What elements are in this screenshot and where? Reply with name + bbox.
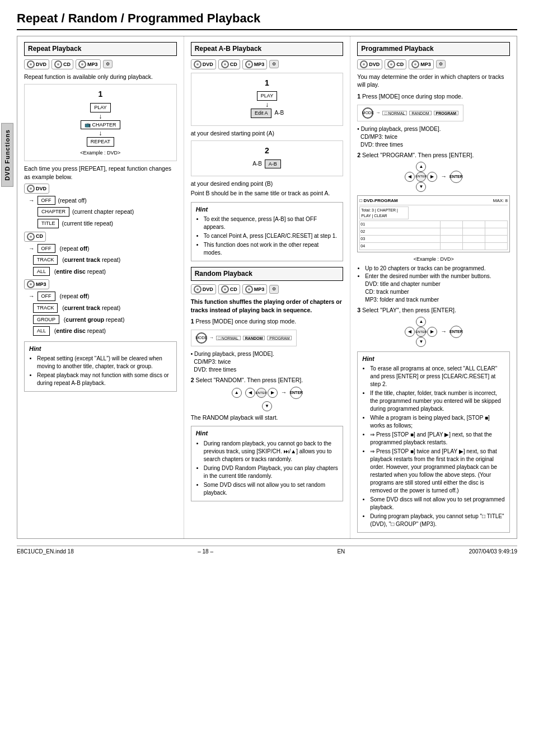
random-enter-diagram: ▲ ◀ ENTER ▶ → ENTER [191, 387, 344, 399]
prog-hint-1: To erase all programs at once, select "A… [370, 365, 505, 388]
ab-step2-diagram: 2 A-B A-B [191, 140, 344, 176]
prog-disc-icons: DVD CD MP3 ⚙ [357, 59, 510, 69]
repeat-playback-header: Repeat Playback [24, 42, 177, 56]
footer-date: 2007/04/03 9:49:19 [469, 548, 517, 555]
repeat-disc-icons: DVD CD MP3 ⚙ [24, 59, 177, 69]
random-hint-1: During random playback, you cannot go ba… [204, 440, 339, 463]
random-playback-header: Random Playback [191, 267, 344, 281]
cd-repeat-track: TRACK (current track repeat) [24, 254, 177, 266]
prog-enter-diagram-step2: ▲ ◀ ENTER ▶ ▼ → ENTER [357, 162, 510, 192]
dvd-program-table: □ DVD-PROGRAM MAX: 8 Total: 3 | CHAPTER … [357, 195, 510, 252]
prog-hint-5: ⇒ Press [STOP ■] twice and [PLAY ▶] next… [370, 448, 505, 495]
prog-hint-3: While a program is being played back, [S… [370, 414, 505, 430]
repeat-ab-col: Repeat A-B Playback DVD CD MP3 ⚙ 1 PLAY … [184, 36, 351, 538]
repeat-playback-col: Repeat Playback DVD CD MP3 ⚙ Repeat func… [17, 36, 184, 538]
dvd-functions-tab: DVD Functions [1, 123, 13, 187]
repeat-ab-header: Repeat A-B Playback [191, 42, 344, 56]
prog-hint: Hint To erase all programs at once, sele… [357, 351, 510, 533]
random-step2: 2 Select "RANDOM". Then press [ENTER]. [191, 376, 344, 384]
ab-step1-desc: at your desired starting point (A) [191, 129, 344, 138]
mp3-repeat-group: GROUP (current group repeat) [24, 314, 177, 326]
ab-disc-icons: DVD CD MP3 ⚙ [191, 59, 344, 69]
prog-step3: 3 Select "PLAY", then press [ENTER]. [357, 306, 510, 314]
dvd-repeat-off: →OFF(repeat off) [24, 195, 177, 206]
repeat-hint-1: Repeat setting (except "ALL") will be cl… [37, 355, 172, 370]
random-during-playback: • During playback, press [MODE]. CD/MP3:… [191, 350, 344, 374]
repeat-hint: Hint Repeat setting (except "ALL") will … [24, 341, 177, 392]
random-hint-3: Some DVD discs will not allow you to set… [204, 481, 339, 497]
prog-step2-notes: Up to 20 chapters or tracks can be progr… [357, 265, 510, 304]
random-start-text: The RANDOM playback will start. [191, 414, 344, 422]
ab-step2-note: Point B should be in the same title or t… [191, 189, 344, 198]
prog-hint-2: If the title, chapter, folder, track num… [370, 389, 505, 413]
random-playback-section: Random Playback DVD CD MP3 ⚙ This functi… [191, 267, 344, 501]
repeat-instruction: Each time you press [REPEAT], repeat fun… [24, 165, 177, 181]
ab-hint: Hint To exit the sequence, press [A-B] s… [191, 202, 344, 261]
repeat-intro: Repeat function is available only during… [24, 73, 177, 81]
random-mode-diagram: MODE → □ NORMAL RANDOM PROGRAM [191, 330, 297, 346]
prog-hint-4: ⇒ Press [STOP ■] and [PLAY ▶] next, so t… [370, 431, 505, 447]
prog-step2: 2 Select "PROGRAM". Then press [ENTER]. [357, 151, 510, 159]
mp3-repeat-section: MP3 →OFF (repeat off) TRACK (current tra… [24, 279, 177, 336]
prog-intro: You may determine the order in which cha… [357, 73, 510, 89]
random-step1: 1 Press [MODE] once during stop mode. [191, 317, 344, 326]
mp3-repeat-off: →OFF (repeat off) [24, 290, 177, 302]
ab-hint-1: To exit the sequence, press [A-B] so tha… [204, 215, 339, 231]
ab-step1-diagram: 1 PLAY ↓ Edit A A-B [191, 73, 344, 126]
mp3-repeat-track: TRACK (current track repeat) [24, 302, 177, 314]
cd-repeat-section: CD →OFF (repeat off) TRACK (current trac… [24, 232, 177, 278]
page-title: Repeat / Random / Programmed Playback [17, 11, 517, 30]
prog-example-label: <Example : DVD> [357, 256, 510, 263]
dvd-repeat-section: DVD →OFF(repeat off) CHAPTER(current cha… [24, 184, 177, 229]
footer-lang: EN [337, 548, 345, 555]
random-disc-icons: DVD CD MP3 ⚙ [191, 284, 344, 294]
prog-mode-diagram: MODE → □ NORMAL RANDOM PROGRAM [357, 105, 463, 121]
random-hint: Hint During random playback, you cannot … [191, 426, 344, 501]
random-hint-2: During DVD Random Playback, you can play… [204, 464, 339, 480]
repeat-step1-diagram: 1 PLAY ↓ 📺 CHAPTER ↓ REPEAT <Example : D… [24, 84, 177, 161]
ab-hint-2: To cancel Point A, press [CLEAR/C.RESET]… [204, 232, 339, 240]
prog-hint-7: During program playback, you cannot setu… [370, 513, 505, 528]
repeat-hint-2: Repeat playback may not function with so… [37, 372, 172, 387]
cd-repeat-off: →OFF (repeat off) [24, 243, 177, 255]
prog-hint-6: Some DVD discs will not allow you to set… [370, 496, 505, 511]
dvd-repeat-chapter: CHAPTER(current chapter repeat) [29, 206, 177, 218]
mp3-repeat-all: ALL (entire disc repeat) [24, 325, 177, 337]
footer-page: – 18 – [198, 548, 213, 555]
random-desc: This function shuffles the playing order… [191, 298, 344, 314]
prog-step1: 1 Press [MODE] once during stop mode. [357, 92, 510, 101]
prog-enter-diagram-step3: ▲ ◀ ENTER ▶ ▼ → ENTER [357, 317, 510, 347]
footer-file: E8C1UCD_EN.indd 18 [17, 548, 74, 555]
programmed-header: Programmed Playback [357, 42, 510, 56]
programmed-playback-col: Programmed Playback DVD CD MP3 ⚙ You may… [350, 36, 517, 538]
prog-during-playback: • During playback, press [MODE]. CD/MP3:… [357, 125, 510, 149]
ab-step2-desc: at your desired ending point (B) [191, 180, 344, 188]
dvd-repeat-title: TITLE(current title repeat) [29, 218, 177, 229]
page-footer: E8C1UCD_EN.indd 18 – 18 – EN 2007/04/03 … [17, 546, 517, 555]
cd-repeat-all: ALL (entire disc repeat) [24, 266, 177, 278]
ab-hint-3: This function does not work in the other… [204, 241, 339, 257]
